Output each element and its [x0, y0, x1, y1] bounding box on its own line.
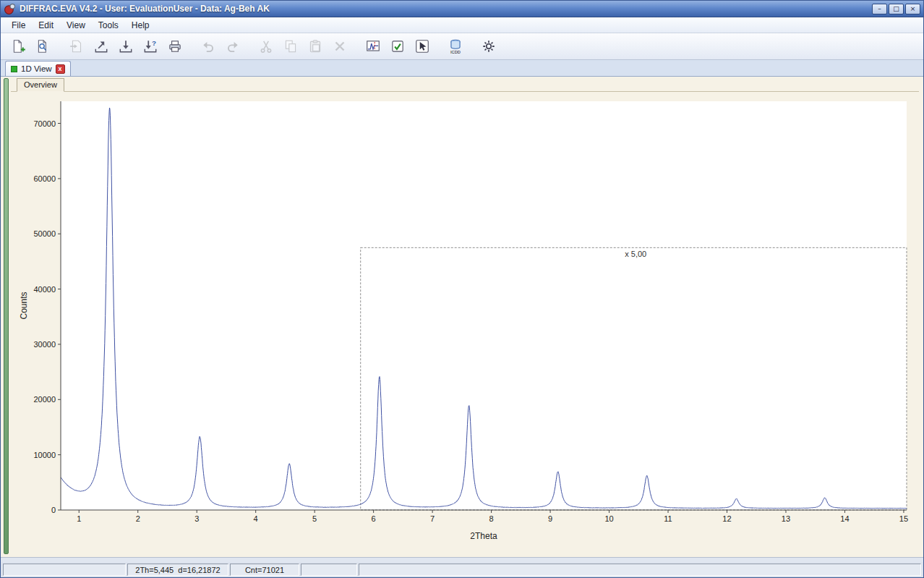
y-tick-label: 20000 — [33, 395, 56, 404]
x-tick-label: 14 — [840, 514, 849, 523]
x-axis-title: 2Theta — [470, 531, 497, 541]
scale-factor-label: x 5,00 — [625, 250, 646, 258]
menu-view[interactable]: View — [60, 18, 92, 33]
view-selector-strip[interactable] — [4, 78, 9, 554]
status-cursor-position: 2Th=5,445 d=16,21872 — [127, 564, 228, 576]
svg-text:?: ? — [152, 39, 156, 47]
x-tick-label: 4 — [254, 514, 258, 523]
import-button[interactable] — [115, 35, 137, 57]
status-count-value: Cnt=71021 — [230, 564, 299, 576]
export-button[interactable] — [90, 35, 112, 57]
plot-area[interactable] — [61, 101, 907, 510]
copy-icon — [283, 38, 299, 54]
maximize-icon[interactable]: □ — [889, 4, 904, 14]
x-tick-label: 15 — [899, 514, 908, 523]
status-bar: 2Th=5,445 d=16,21872 Cnt=71021 — [1, 562, 923, 577]
tab-bar: 1D View x — [1, 60, 923, 77]
svg-text:ICDD: ICDD — [450, 50, 461, 54]
import-wizard-button[interactable]: ? — [140, 35, 161, 57]
menu-help[interactable]: Help — [125, 18, 156, 33]
y-tick-label: 0 — [51, 506, 56, 514]
status-panel-message — [3, 564, 126, 576]
open-preview-button[interactable] — [33, 35, 54, 57]
close-icon[interactable]: × — [905, 4, 920, 14]
menu-tools[interactable]: Tools — [92, 18, 125, 33]
x-tick-label: 7 — [430, 514, 435, 523]
menu-file[interactable]: File — [5, 18, 32, 33]
cut-icon — [258, 38, 274, 54]
paste-button — [304, 35, 326, 57]
tab-label: 1D View — [21, 64, 52, 73]
append-icon — [69, 38, 85, 54]
x-tick-label: 2 — [136, 514, 140, 523]
checklist-tool-button[interactable] — [387, 35, 408, 57]
redo-button — [222, 35, 244, 57]
scan-tool-icon — [365, 38, 381, 54]
status-panel-filler — [359, 564, 921, 576]
y-tick-label: 60000 — [33, 174, 56, 183]
undo-button — [197, 35, 219, 57]
x-tick-label: 13 — [782, 514, 790, 523]
diffraction-chart[interactable]: x 5,001234567891011121314150100002000030… — [14, 94, 917, 557]
x-tick-label: 5 — [312, 514, 317, 523]
y-tick-label: 50000 — [33, 229, 56, 238]
toolbar: ?ICDD — [1, 33, 923, 60]
new-scan-button[interactable] — [8, 35, 30, 57]
delete-icon — [332, 38, 348, 54]
new-scan-icon — [11, 38, 27, 54]
x-tick-label: 3 — [194, 514, 199, 523]
y-axis-title: Counts — [19, 292, 29, 319]
y-tick-label: 10000 — [33, 451, 56, 459]
delete-button — [329, 35, 351, 57]
check-tool-icon — [390, 38, 406, 54]
append-button — [66, 35, 87, 57]
tab-overview[interactable]: Overview — [17, 78, 64, 92]
export-icon — [93, 38, 109, 54]
x-tick-label: 1 — [77, 514, 81, 523]
pointer-tool-button[interactable] — [411, 35, 433, 57]
paste-icon — [307, 38, 323, 54]
print-icon — [167, 38, 183, 54]
redo-icon — [225, 38, 241, 54]
copy-button — [280, 35, 301, 57]
app-window: DIFFRAC.EVA V4.2 - User: EvaluationUser … — [0, 0, 924, 578]
y-tick-label: 30000 — [33, 340, 56, 349]
view-type-icon — [11, 66, 17, 72]
minimize-icon[interactable]: – — [872, 4, 887, 14]
chart-panel: Overview x 5,001234567891011121314150100… — [1, 77, 923, 557]
settings-icon — [481, 38, 497, 54]
icdd-icon: ICDD — [448, 38, 463, 54]
y-tick-label: 40000 — [33, 285, 56, 294]
pointer-tool-icon — [414, 38, 430, 54]
y-tick-label: 70000 — [33, 119, 56, 128]
open-preview-icon — [35, 38, 51, 54]
app-icon — [4, 3, 16, 15]
cut-button — [255, 35, 277, 57]
x-tick-label: 6 — [372, 514, 376, 523]
print-button[interactable] — [164, 35, 186, 57]
status-panel-extra — [301, 564, 357, 576]
undo-icon — [200, 38, 216, 54]
x-tick-label: 9 — [548, 514, 552, 523]
menu-edit[interactable]: Edit — [32, 18, 60, 33]
scan-tool-button[interactable] — [362, 35, 384, 57]
import-icon — [118, 38, 134, 54]
window-controls: – □ × — [872, 4, 920, 14]
close-tab-icon[interactable]: x — [56, 64, 65, 74]
bottom-strip — [1, 557, 923, 562]
icdd-database-button[interactable]: ICDD — [445, 35, 466, 57]
x-tick-label: 10 — [604, 514, 613, 523]
title-bar[interactable]: DIFFRAC.EVA V4.2 - User: EvaluationUser … — [1, 1, 923, 17]
settings-button[interactable] — [478, 35, 500, 57]
menu-bar: FileEditViewToolsHelp — [1, 17, 923, 33]
panel-divider — [11, 91, 919, 92]
x-tick-label: 12 — [722, 514, 731, 523]
window-title: DIFFRAC.EVA V4.2 - User: EvaluationUser … — [20, 4, 872, 14]
tab-1d-view[interactable]: 1D View x — [5, 61, 71, 76]
import-wizard-icon: ? — [142, 38, 158, 54]
x-tick-label: 8 — [489, 514, 494, 523]
x-tick-label: 11 — [664, 514, 672, 523]
